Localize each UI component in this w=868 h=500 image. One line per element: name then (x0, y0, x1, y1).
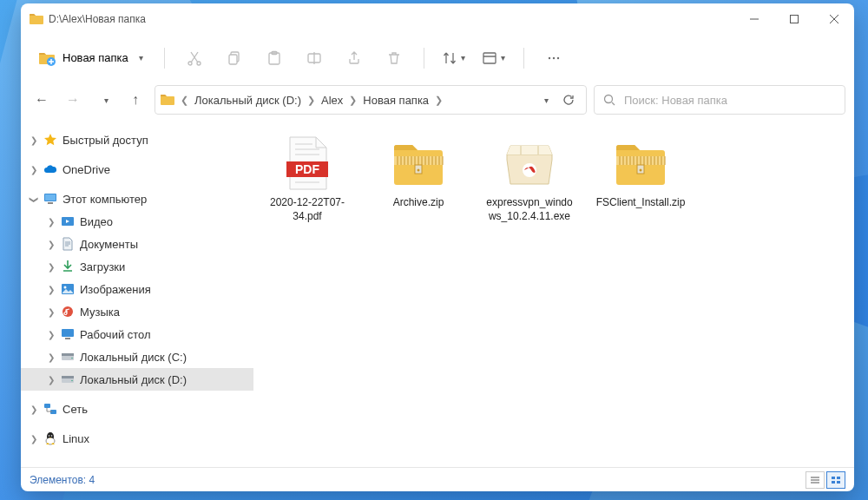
refresh-button[interactable] (556, 88, 581, 112)
breadcrumb-item[interactable]: Alex (318, 92, 346, 109)
svg-rect-24 (62, 353, 74, 356)
breadcrumb[interactable]: ❮ Локальный диск (D:) ❯ Alex ❯ Новая пап… (155, 85, 587, 115)
file-label: expressvpn_windows_10.2.4.11.exe (484, 196, 575, 223)
svg-point-28 (71, 380, 73, 382)
expand-icon[interactable]: ❯ (45, 307, 57, 317)
drive-icon (59, 352, 76, 361)
svg-rect-21 (62, 329, 74, 337)
up-button[interactable]: ↑ (123, 88, 148, 112)
svg-point-34 (51, 435, 53, 437)
chevron-down-icon: ▾ (139, 53, 143, 62)
expand-icon[interactable]: ❯ (45, 240, 57, 249)
sidebar-item-music[interactable]: ❯ Музыка (21, 300, 253, 323)
toolbar: Новая папка ▾ ▾ ▾ (21, 35, 854, 82)
close-button[interactable] (814, 3, 854, 35)
view-button[interactable]: ▾ (477, 43, 511, 74)
share-button[interactable] (337, 43, 372, 74)
file-item[interactable]: PDF2020-12-22T07-34.pdf (262, 135, 352, 223)
view-icon (482, 50, 497, 66)
new-folder-label: Новая папка (62, 51, 128, 64)
expand-icon[interactable]: ❯ (45, 285, 57, 294)
breadcrumb-dropdown[interactable]: ▾ (532, 88, 556, 112)
breadcrumb-separator: ❯ (346, 95, 359, 106)
exe-file-icon (498, 135, 561, 191)
svg-text:PDF: PDF (295, 162, 319, 176)
more-icon (546, 50, 562, 66)
expand-icon[interactable]: ❯ (45, 375, 57, 385)
breadcrumb-item[interactable]: Локальный диск (D:) (191, 92, 305, 109)
sidebar-item-this-pc[interactable]: ❯ Этот компьютер (21, 188, 253, 210)
sidebar-item-downloads[interactable]: ❯ Загрузки (21, 255, 253, 278)
drive-icon (59, 375, 76, 384)
minimize-button[interactable] (734, 3, 774, 35)
file-item[interactable]: expressvpn_windows_10.2.4.11.exe (484, 135, 575, 223)
sidebar-item-label: Изображения (80, 283, 151, 296)
svg-rect-9 (483, 53, 496, 63)
details-view-icon (810, 476, 820, 484)
svg-rect-15 (45, 194, 56, 201)
breadcrumb-item[interactable]: Новая папка (359, 92, 432, 109)
details-view-button[interactable] (806, 471, 825, 489)
svg-point-13 (605, 95, 613, 103)
delete-button[interactable] (377, 43, 411, 74)
sidebar-item-disk-d[interactable]: ❯ Локальный диск (D:) (21, 368, 253, 391)
paste-button[interactable] (257, 43, 292, 74)
back-button[interactable]: ← (30, 88, 54, 112)
sidebar-item-label: Видео (80, 215, 113, 228)
more-button[interactable] (536, 43, 571, 74)
sidebar-item-linux[interactable]: ❯ Linux (21, 427, 253, 450)
sidebar-item-desktop[interactable]: ❯ Рабочий стол (21, 323, 253, 345)
copy-icon (227, 50, 242, 66)
addressbar: ← → ▾ ↑ ❮ Локальный диск (D:) ❯ Alex ❯ Н… (21, 82, 854, 123)
icons-view-button[interactable] (826, 471, 845, 489)
expand-icon[interactable]: ❯ (28, 165, 40, 174)
maximize-button[interactable] (774, 3, 814, 35)
sidebar-item-pictures[interactable]: ❯ Изображения (21, 278, 253, 300)
svg-point-43 (640, 169, 642, 172)
file-item[interactable]: Archive.zip (373, 135, 464, 223)
sidebar-item-onedrive[interactable]: ❯ OneDrive (21, 158, 253, 181)
documents-icon (59, 237, 76, 251)
svg-point-11 (553, 56, 555, 58)
expand-icon[interactable]: ❯ (45, 330, 57, 339)
sidebar-item-label: Документы (80, 238, 138, 251)
sidebar-item-videos[interactable]: ❯ Видео (21, 210, 253, 233)
sidebar: ❯ Быстрый доступ ❯ OneDrive ❯ Этот компь… (21, 123, 253, 467)
expand-icon[interactable]: ❯ (45, 352, 57, 362)
sort-button[interactable]: ▾ (437, 43, 471, 74)
sidebar-item-network[interactable]: ❯ Сеть (21, 398, 253, 420)
cut-button[interactable] (177, 43, 212, 74)
status-count: Элементов: 4 (30, 474, 95, 486)
music-icon (59, 306, 76, 318)
svg-rect-16 (48, 202, 53, 204)
copy-button[interactable] (217, 43, 252, 74)
linux-icon (42, 431, 59, 445)
recent-button[interactable]: ▾ (92, 88, 116, 112)
forward-button[interactable]: → (61, 88, 85, 112)
expand-icon[interactable]: ❯ (28, 434, 40, 444)
file-label: FSClient_Install.zip (596, 196, 686, 210)
sidebar-item-label: Linux (62, 432, 89, 445)
explorer-window: D:\Alex\Новая папка Новая папка ▾ (21, 3, 854, 491)
sidebar-item-documents[interactable]: ❯ Документы (21, 233, 253, 255)
rename-button[interactable] (297, 43, 332, 74)
search-box[interactable] (594, 85, 845, 115)
expand-icon[interactable]: ❯ (45, 217, 57, 227)
new-folder-button[interactable]: Новая папка ▾ (30, 47, 152, 69)
svg-rect-0 (791, 16, 799, 23)
share-icon (346, 50, 362, 66)
sort-icon (442, 50, 457, 66)
expand-icon[interactable]: ❯ (45, 262, 57, 272)
svg-rect-46 (832, 481, 835, 484)
sidebar-item-disk-c[interactable]: ❯ Локальный диск (C:) (21, 345, 253, 368)
search-input[interactable] (624, 94, 836, 107)
file-item[interactable]: FSClient_Install.zip (595, 135, 686, 223)
refresh-icon (562, 94, 575, 106)
file-list[interactable]: PDF2020-12-22T07-34.pdfArchive.zipexpres… (253, 123, 854, 467)
svg-rect-27 (62, 376, 74, 378)
chevron-down-icon: ▾ (461, 53, 465, 62)
expand-icon[interactable]: ❯ (28, 405, 40, 414)
sidebar-item-quick-access[interactable]: ❯ Быстрый доступ (21, 128, 253, 151)
collapse-icon[interactable]: ❯ (30, 193, 39, 205)
expand-icon[interactable]: ❯ (28, 135, 40, 145)
